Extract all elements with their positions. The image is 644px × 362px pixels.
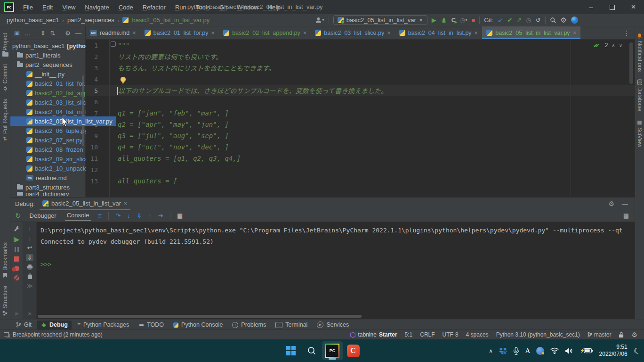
stop-button[interactable]: ■: [471, 17, 475, 23]
tree-folder-part4[interactable]: part4_dictionary: [10, 192, 91, 196]
select-opened-file-icon[interactable]: ▣: [14, 30, 20, 36]
run-to-cursor-icon[interactable]: ➔: [158, 213, 163, 219]
intention-bulb-icon[interactable]: [121, 77, 126, 82]
stripe-pull-requests-button[interactable]: Pull Requests ⇅: [2, 99, 8, 142]
user-icon[interactable]: ▾: [315, 16, 324, 24]
toolbtn-debug[interactable]: Debug: [37, 321, 72, 329]
tree-folder-part1[interactable]: part1_literals: [10, 50, 91, 60]
force-step-into-icon[interactable]: ⇓: [137, 213, 142, 219]
stripe-commit-button[interactable]: Commit: [2, 64, 8, 91]
indent-style[interactable]: 4 spaces: [466, 331, 489, 338]
breadcrumb-file[interactable]: basic2_05_list_in_list_var.py: [132, 16, 209, 24]
editor-scrollbar[interactable]: [629, 42, 633, 84]
restore-layout-icon[interactable]: ▦: [623, 213, 629, 219]
taskbar-clock[interactable]: 9:51 2022/07/06: [599, 344, 628, 358]
tab-debugger[interactable]: Debugger: [28, 211, 58, 221]
caret-position[interactable]: 5:1: [405, 331, 413, 338]
close-icon[interactable]: ×: [124, 200, 128, 207]
tree-root[interactable]: python_basic_sec1 [python_b: [10, 41, 87, 50]
tabnine-sphere-icon[interactable]: [571, 16, 578, 24]
menu-refactor[interactable]: Refactor: [138, 2, 170, 13]
more-console-actions-icon[interactable]: »: [28, 310, 31, 319]
expand-all-icon[interactable]: ⇕: [40, 30, 46, 36]
menu-file[interactable]: File: [19, 2, 37, 13]
wifi-icon[interactable]: [550, 347, 559, 354]
rollback-icon[interactable]: ↺: [536, 17, 541, 23]
tab-basic2-02[interactable]: basic2_02_list_append.py×: [219, 26, 311, 39]
tab-basic2-04[interactable]: basic2_04_list_in_list.py×: [395, 26, 482, 39]
menu-edit[interactable]: Edit: [38, 2, 57, 13]
file-encoding[interactable]: UTF-8: [443, 331, 459, 338]
wrench-settings-icon[interactable]: [14, 226, 20, 232]
more-options-icon[interactable]: …: [24, 30, 31, 36]
prev-problem-icon[interactable]: ∧: [612, 43, 615, 48]
menu-view[interactable]: View: [58, 2, 80, 13]
code-editor[interactable]: – 1""" 2リスト内の要素は何でも良いです。 3もちろん、リスト内にリストを…: [86, 40, 635, 197]
tab-readme[interactable]: readme.md×: [86, 26, 140, 39]
maximize-button[interactable]: [602, 0, 623, 14]
run-with-coverage-icon[interactable]: C▶: [451, 17, 456, 23]
stripe-sciview-button[interactable]: ▦ SciView: [636, 119, 643, 147]
tray-chevron-up-icon[interactable]: ∧: [489, 348, 492, 354]
tree-file-basic2-05-selected[interactable]: basic2_05_list_in_list_var.py: [10, 116, 116, 126]
next-problem-icon[interactable]: ∨: [619, 43, 622, 48]
toolbtn-python-packages[interactable]: ≡ Python Packages: [73, 321, 133, 329]
hide-debug-panel-icon[interactable]: —: [622, 200, 628, 207]
debug-settings-gear-icon[interactable]: ⚙: [608, 200, 614, 207]
history-icon[interactable]: ◷: [526, 17, 531, 23]
breadcrumb-package[interactable]: part2_sequences: [67, 16, 114, 24]
taskbar-search-button[interactable]: [301, 341, 322, 360]
fast-forward-icon[interactable]: ≫: [26, 283, 33, 289]
debug-session-tab[interactable]: basic2_05_list_in_list_var ×: [40, 197, 130, 210]
profiler-icon[interactable]: ◷▾: [460, 17, 467, 23]
console-horizontal-scrollbar[interactable]: [38, 315, 362, 318]
stripe-notifications-button[interactable]: Notifications: [636, 33, 643, 72]
debug-console-output[interactable]: D:\projects\python_basic_sec1\venv\Scrip…: [37, 222, 635, 319]
toolbtn-todo[interactable]: ≔ TODO: [135, 321, 168, 329]
tab-basic2-05-active[interactable]: basic2_05_list_in_list_var.py×: [482, 26, 580, 39]
view-breakpoints-icon[interactable]: [14, 266, 19, 271]
tab-basic2-01[interactable]: basic2_01_list_for.py×: [140, 26, 219, 39]
clear-all-trash-icon[interactable]: [27, 273, 32, 280]
status-windows-icon[interactable]: [4, 332, 9, 337]
tab-basic2-03[interactable]: basic2_03_list_slice.py×: [311, 26, 394, 39]
git-push-icon[interactable]: ↗: [516, 17, 522, 23]
git-branch-widget[interactable]: master: [588, 331, 612, 338]
close-icon[interactable]: ×: [475, 29, 478, 36]
dropbox-icon[interactable]: [499, 347, 507, 354]
lock-icon[interactable]: [619, 332, 624, 338]
project-scrollbar[interactable]: [82, 75, 84, 146]
rerun-icon[interactable]: ↻: [15, 212, 21, 219]
toolbtn-terminal[interactable]: ›_ Terminal: [272, 321, 311, 329]
taskbar-pycharm-button[interactable]: PC: [322, 341, 343, 360]
taskbar-camtasia-button[interactable]: C: [343, 341, 363, 360]
fold-marker-icon[interactable]: –: [111, 41, 116, 47]
close-icon[interactable]: ×: [211, 29, 215, 36]
close-icon[interactable]: ×: [387, 29, 391, 36]
toolbtn-services[interactable]: ▶ Services: [313, 321, 353, 329]
down-stack-icon[interactable]: ↓: [28, 235, 32, 241]
close-icon[interactable]: ×: [573, 29, 577, 36]
stripe-bookmarks-button[interactable]: Bookmarks: [2, 242, 8, 278]
git-commit-icon[interactable]: ✔: [507, 17, 512, 23]
toolbtn-python-console[interactable]: Python Console: [169, 321, 226, 329]
tabnine-widget[interactable]: tabnine Starter: [350, 331, 397, 338]
python-interpreter[interactable]: Python 3.10 (python_basic_sec1): [496, 331, 580, 338]
mute-breakpoints-icon[interactable]: [14, 275, 19, 280]
soft-wrap-icon[interactable]: ↩: [27, 245, 32, 251]
line-separator[interactable]: CRLF: [420, 331, 435, 338]
hide-panel-icon[interactable]: —: [75, 30, 81, 36]
microphone-icon[interactable]: [513, 347, 519, 355]
collapse-all-icon[interactable]: ⇅: [50, 30, 56, 36]
minimize-button[interactable]: –: [580, 0, 602, 14]
scroll-to-end-icon[interactable]: ⇓: [26, 254, 34, 261]
debug-button[interactable]: [441, 17, 447, 24]
layout-options-icon[interactable]: ≡: [97, 212, 102, 219]
tab-console[interactable]: Console: [65, 210, 91, 221]
toolbtn-git[interactable]: Git: [12, 321, 35, 329]
close-icon[interactable]: ×: [303, 29, 307, 36]
tree-folder-part2[interactable]: part2_sequences: [10, 60, 91, 69]
resume-program-icon[interactable]: ▶: [14, 236, 19, 243]
close-icon[interactable]: ×: [132, 29, 136, 36]
stripe-structure-button[interactable]: Structure: [2, 286, 8, 316]
